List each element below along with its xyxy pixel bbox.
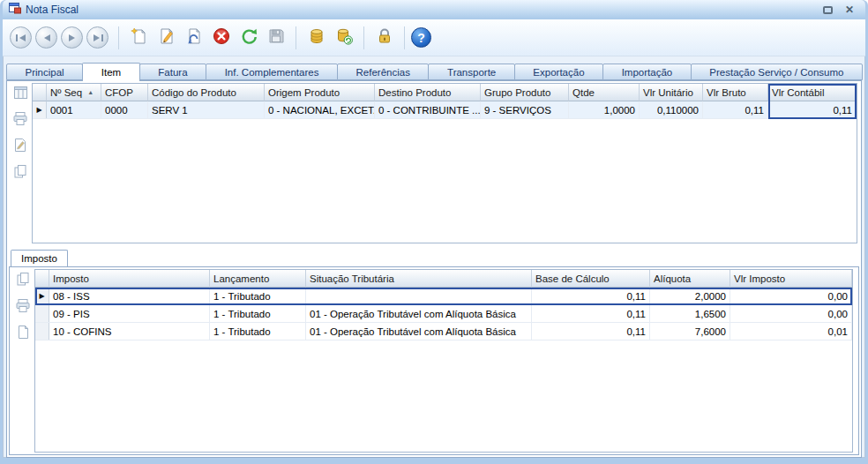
grid-cell[interactable]: 0,110000 bbox=[640, 101, 703, 118]
copy-row-icon[interactable] bbox=[14, 165, 26, 182]
tab-imposto[interactable]: Imposto bbox=[11, 250, 68, 266]
grid-cell[interactable]: 0001 bbox=[47, 101, 101, 118]
next-record-button[interactable] bbox=[61, 26, 83, 49]
grid-cell[interactable]: 01 - Operação Tributável com Alíquota Bá… bbox=[306, 323, 532, 340]
grid-cell[interactable]: 0000 bbox=[101, 101, 148, 118]
close-button[interactable]: ✕ bbox=[845, 4, 854, 15]
grid-cell[interactable]: SERV 1 bbox=[148, 101, 265, 118]
column-header-vlr-bruto[interactable]: Vlr Bruto bbox=[703, 84, 768, 101]
minimize-button[interactable] bbox=[823, 6, 833, 14]
grid-cell[interactable]: 10 - COFINS bbox=[49, 323, 210, 340]
column-header-lancamento[interactable]: Lançamento bbox=[210, 270, 306, 288]
edit-row-icon[interactable] bbox=[14, 138, 26, 155]
toolbar-separator bbox=[363, 26, 364, 49]
grid-cell[interactable]: 1,6500 bbox=[650, 305, 730, 322]
edit-record-button[interactable] bbox=[153, 25, 179, 50]
tab-transporte[interactable]: Transporte bbox=[428, 64, 514, 80]
grid-cell[interactable]: 1 - Tributado bbox=[210, 288, 306, 304]
column-header-origem-produto[interactable]: Origem Produto bbox=[265, 84, 375, 101]
grid-cell[interactable]: 01 - Operação Tributável com Alíquota Bá… bbox=[306, 305, 532, 322]
column-header-cfop[interactable]: CFOP bbox=[101, 84, 148, 101]
undo-icon bbox=[185, 27, 203, 49]
grid-cell[interactable]: 0,00 bbox=[730, 305, 852, 322]
tab-fatura[interactable]: Fatura bbox=[139, 64, 206, 80]
tab-item[interactable]: Item bbox=[82, 63, 140, 81]
tab-importacao[interactable]: Importação bbox=[602, 64, 692, 80]
card-view-icon[interactable] bbox=[14, 86, 27, 102]
tab-prestacao-servico-consumo[interactable]: Prestação Serviço / Consumo bbox=[691, 64, 863, 80]
title-bar[interactable]: Nota Fiscal ✕ bbox=[3, 0, 865, 19]
column-header-aliquota[interactable]: Alíquota bbox=[650, 270, 730, 288]
grid-cell[interactable]: 0,11 bbox=[532, 323, 650, 340]
column-header-n-seq[interactable]: Nº Seq▲ bbox=[47, 84, 101, 101]
grid-cell[interactable]: 0,11 bbox=[768, 101, 857, 118]
grid-cell[interactable]: 0 - CONTRIBUINTE ... bbox=[375, 101, 481, 118]
toolbar-separator bbox=[118, 26, 119, 49]
table-row[interactable]: ▶08 - ISS1 - Tributado0,112,00000,00 bbox=[35, 288, 852, 305]
first-record-button[interactable] bbox=[10, 26, 32, 49]
grid-cell[interactable]: 0,01 bbox=[730, 323, 852, 340]
grid-cell[interactable]: 09 - PIS bbox=[49, 305, 210, 322]
lock-icon bbox=[377, 27, 393, 49]
row-marker bbox=[35, 323, 49, 340]
previous-record-button[interactable] bbox=[35, 26, 57, 49]
new-record-button[interactable] bbox=[126, 25, 152, 50]
grid-cell[interactable]: 9 - SERVIÇOS bbox=[481, 101, 569, 118]
grid-cell[interactable]: 1,0000 bbox=[569, 101, 640, 118]
grid-cell[interactable] bbox=[306, 288, 532, 304]
cancel-icon bbox=[213, 27, 230, 49]
column-header-imposto[interactable]: Imposto bbox=[49, 270, 210, 288]
last-record-button[interactable] bbox=[86, 26, 108, 49]
grid-cell[interactable]: 08 - ISS bbox=[49, 288, 210, 304]
tab-principal[interactable]: Principal bbox=[6, 64, 83, 80]
refresh-icon bbox=[240, 27, 258, 49]
column-header-base-de-calculo[interactable]: Base de Cálculo bbox=[532, 270, 650, 288]
grid-cell[interactable]: 0,00 bbox=[730, 288, 852, 304]
grid-cell[interactable]: 1 - Tributado bbox=[210, 305, 306, 322]
sort-ascending-icon: ▲ bbox=[87, 89, 94, 95]
grid-cell[interactable]: 7,6000 bbox=[650, 323, 730, 340]
column-header-codigo-do-produto[interactable]: Código do Produto bbox=[148, 84, 265, 101]
imposto-tabstrip: Imposto bbox=[9, 250, 859, 266]
grid-cell[interactable]: 0,11 bbox=[532, 305, 650, 322]
toolbar-separator bbox=[404, 26, 405, 49]
lock-button[interactable] bbox=[371, 25, 397, 50]
print-icon[interactable] bbox=[13, 112, 27, 129]
table-row[interactable]: 10 - COFINS1 - Tributado01 - Operação Tr… bbox=[35, 323, 852, 341]
refresh-button[interactable] bbox=[236, 25, 261, 50]
undo-button[interactable] bbox=[181, 25, 206, 50]
column-header-vlr-imposto[interactable]: Vlr Imposto bbox=[730, 270, 852, 288]
column-header-situacao-tributaria[interactable]: Situação Tributária bbox=[306, 270, 532, 288]
tab-referencias[interactable]: Referências bbox=[337, 64, 430, 80]
nota-fiscal-window: Nota Fiscal ✕ bbox=[0, 0, 868, 464]
imposto-grid: ImpostoLançamentoSituação TributáriaBase… bbox=[34, 269, 853, 453]
column-header-destino-produto[interactable]: Destino Produto bbox=[375, 84, 481, 101]
cancel-button[interactable] bbox=[208, 25, 234, 50]
save-button[interactable] bbox=[263, 25, 288, 50]
column-header-grupo-produto[interactable]: Grupo Produto bbox=[481, 84, 569, 101]
grid-cell[interactable]: 0,11 bbox=[703, 101, 768, 118]
copy-row-icon[interactable] bbox=[17, 273, 29, 289]
database-icon bbox=[308, 27, 326, 49]
new-record-icon bbox=[131, 27, 148, 49]
grid-cell[interactable]: 1 - Tributado bbox=[210, 323, 306, 340]
print-icon[interactable] bbox=[16, 299, 30, 316]
help-button[interactable]: ? bbox=[411, 27, 431, 48]
column-header-vlr-contabil[interactable]: Vlr Contábil bbox=[768, 84, 857, 101]
tab-exportacao[interactable]: Exportação bbox=[514, 64, 603, 80]
item-grid-toolbar bbox=[9, 83, 32, 245]
column-header-qtde[interactable]: Qtde bbox=[569, 84, 640, 101]
tab-inf-complementares[interactable]: Inf. Complementares bbox=[206, 64, 338, 80]
grid-cell[interactable]: 2,0000 bbox=[650, 288, 730, 304]
row-header-corner bbox=[35, 270, 49, 288]
table-row[interactable]: 09 - PIS1 - Tributado01 - Operação Tribu… bbox=[35, 305, 852, 323]
database-button[interactable] bbox=[303, 25, 329, 50]
save-icon bbox=[267, 27, 285, 49]
grid-cell[interactable]: 0,11 bbox=[532, 288, 650, 304]
column-header-vlr-unitario[interactable]: Vlr Unitário bbox=[640, 84, 703, 101]
grid-cell[interactable]: 0 - NACIONAL, EXCET... bbox=[265, 101, 375, 118]
table-row[interactable]: ▶00010000SERV 10 - NACIONAL, EXCET...0 -… bbox=[33, 101, 857, 119]
database-refresh-button[interactable] bbox=[331, 25, 356, 50]
page-icon[interactable] bbox=[18, 326, 29, 342]
next-record-icon bbox=[67, 30, 78, 46]
